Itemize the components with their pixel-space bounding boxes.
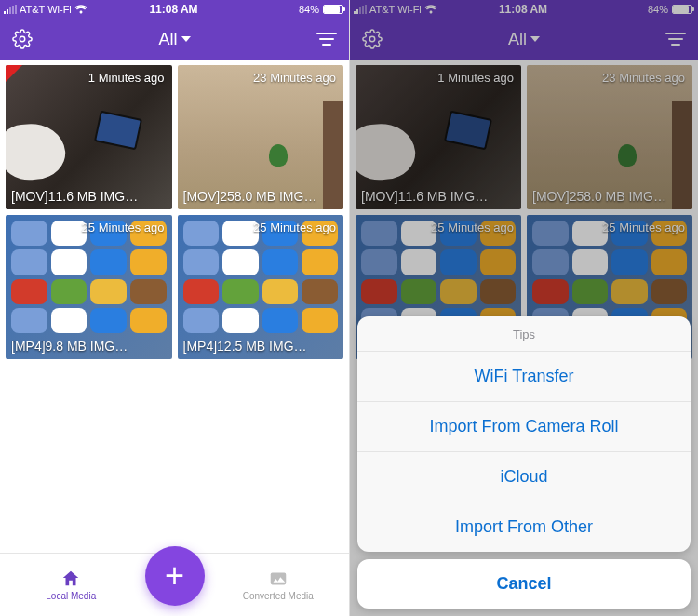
tile-caption: [MP4]9.8 MB IMG… (11, 339, 167, 354)
tile-timestamp: 25 Minutes ago (253, 221, 336, 234)
settings-button[interactable] (11, 28, 34, 50)
cancel-button[interactable]: Cancel (357, 559, 691, 609)
action-sheet: Tips WiFi Transfer Import From Camera Ro… (357, 316, 691, 552)
wifi-icon (74, 5, 87, 14)
add-button[interactable]: + (145, 546, 205, 606)
tile-timestamp: 1 Minutes ago (88, 71, 165, 85)
nav-title-dropdown[interactable]: All (158, 30, 190, 49)
phone-screen-right: AT&T Wi-Fi 11:08 AM 84% All 1 Minutes ag… (349, 0, 698, 616)
tile-caption: [MOV]11.6 MB IMG… (11, 189, 167, 204)
media-tile[interactable]: 1 Minutes ago [MOV]11.6 MB IMG… (6, 65, 172, 209)
tile-caption: [MOV]258.0 MB IMG… (183, 189, 339, 204)
option-icloud[interactable]: iCloud (357, 452, 691, 502)
tile-timestamp: 25 Minutes ago (82, 221, 165, 234)
media-tile[interactable]: 25 Minutes ago [MP4]12.5 MB IMG… (178, 215, 344, 359)
filter-icon (316, 31, 337, 47)
nav-bar: All (0, 19, 349, 60)
tile-timestamp: 23 Minutes ago (253, 71, 336, 85)
modal-overlay[interactable]: Cancel Tips WiFi Transfer Import From Ca… (350, 0, 698, 616)
media-grid: 1 Minutes ago [MOV]11.6 MB IMG… 23 Minut… (0, 60, 349, 553)
carrier-label: AT&T Wi-Fi (20, 4, 72, 15)
status-bar: AT&T Wi-Fi 11:08 AM 84% (0, 0, 349, 19)
signal-bars-icon (4, 5, 17, 14)
media-tile[interactable]: 25 Minutes ago [MP4]9.8 MB IMG… (6, 215, 172, 359)
plus-icon: + (165, 556, 184, 596)
image-icon (268, 569, 289, 589)
tab-bar: Local Media + Converted Media (0, 553, 349, 616)
option-wifi-transfer[interactable]: WiFi Transfer (357, 352, 691, 402)
nav-title-label: All (158, 30, 177, 49)
clock-label: 11:08 AM (149, 3, 197, 16)
filter-button[interactable] (315, 28, 338, 50)
svg-rect-4 (271, 573, 287, 585)
sheet-title: Tips (357, 316, 691, 352)
tab-converted-media[interactable]: Converted Media (208, 569, 350, 601)
tile-caption: [MP4]12.5 MB IMG… (183, 339, 339, 354)
tab-label: Local Media (46, 591, 96, 601)
tab-local-media[interactable]: Local Media (0, 569, 142, 601)
battery-icon (323, 5, 343, 14)
media-tile[interactable]: 23 Minutes ago [MOV]258.0 MB IMG… (178, 65, 344, 209)
option-import-camera-roll[interactable]: Import From Camera Roll (357, 402, 691, 452)
chevron-down-icon (181, 36, 191, 42)
svg-point-0 (20, 36, 25, 42)
new-indicator-icon (6, 65, 22, 82)
option-import-other[interactable]: Import From Other (357, 502, 691, 552)
home-icon (60, 569, 81, 589)
tab-label: Converted Media (243, 591, 314, 601)
battery-pct-label: 84% (299, 4, 319, 15)
phone-screen-left: AT&T Wi-Fi 11:08 AM 84% All 1 Minutes ag… (0, 0, 349, 616)
gear-icon (12, 29, 33, 49)
